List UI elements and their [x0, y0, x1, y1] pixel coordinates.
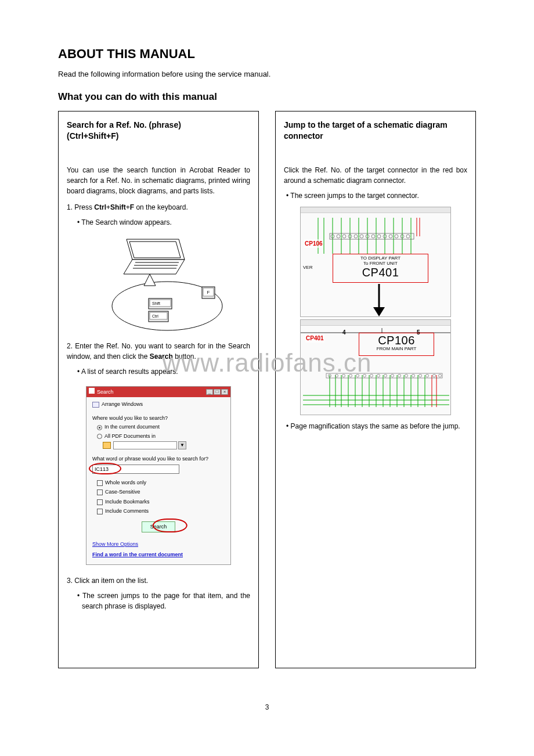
svg-point-78 [405, 374, 408, 377]
search-titlebar: Search _□× [86, 387, 230, 398]
svg-point-36 [395, 235, 398, 238]
schematic-top: CP106 VER TO DISPLAY PART To FRONT UNIT … [300, 207, 451, 317]
label-ver: VER [303, 264, 312, 271]
two-column-layout: Search for a Ref. No. (phrase) (Ctrl+Shi… [58, 111, 476, 668]
from-main-text: FROM MAIN PART [359, 347, 434, 352]
step2-suffix: button. [173, 352, 196, 361]
svg-point-73 [370, 374, 373, 377]
step3-line: 3. Click an item on the list. [67, 575, 250, 586]
radio-icon [97, 425, 102, 430]
svg-marker-43 [373, 307, 385, 316]
svg-point-81 [426, 374, 429, 377]
select-box [113, 441, 177, 449]
chevron-down-icon: ▼ [178, 441, 186, 449]
chk3-label: Include Bookmarks [105, 498, 150, 506]
intro-text: Read the following information before us… [58, 70, 476, 78]
svg-point-32 [371, 235, 375, 238]
step2-bold: Search [150, 352, 173, 361]
radio1-label: In the current document [104, 423, 160, 431]
step1-sub: The Search window appears. [77, 217, 250, 228]
svg-point-79 [412, 374, 415, 377]
svg-marker-1 [129, 242, 181, 258]
where-label: Where would you like to search? [92, 415, 225, 423]
svg-point-33 [377, 235, 381, 238]
folder-select[interactable]: ▼ [103, 441, 225, 449]
chk-include-bookmarks[interactable]: Include Bookmarks [97, 498, 225, 506]
highlight-oval-input [89, 463, 121, 474]
svg-point-71 [356, 374, 359, 377]
chk4-label: Include Comments [105, 507, 149, 516]
schematic-figure: CP106 VER TO DISPLAY PART To FRONT UNIT … [300, 207, 451, 415]
step3-sub: The screen jumps to the page for that it… [77, 591, 250, 611]
step2-line: 2. Enter the Ref. No. you want to search… [67, 341, 250, 362]
svg-point-70 [349, 374, 352, 377]
minimize-icon[interactable]: _ [206, 389, 213, 395]
radio-current-doc[interactable]: In the current document [97, 423, 225, 431]
keycap-f: F [207, 290, 210, 295]
schematic-toolbar [301, 320, 450, 326]
svg-point-38 [406, 235, 410, 238]
step-2: 2. Enter the Ref. No. you want to search… [67, 341, 250, 377]
svg-point-77 [398, 374, 401, 377]
cp106-big: CP106 [359, 334, 434, 347]
to-display-text: TO DISPLAY PART To FRONT UNIT CP401 [333, 256, 428, 279]
radio-all-pdf[interactable]: All PDF Documents in [97, 433, 225, 441]
svg-marker-2 [124, 260, 185, 274]
right-bullet1: The screen jumps to the target connector… [286, 190, 467, 201]
chk-include-comments[interactable]: Include Comments [97, 507, 225, 516]
label-cp106: CP106 [304, 239, 323, 248]
highlight-oval-button [153, 519, 187, 532]
plus2: + [126, 203, 130, 211]
svg-point-75 [384, 374, 387, 377]
search-window: Search _□× Arrange Windows Where would y… [86, 386, 231, 566]
close-icon[interactable]: × [221, 389, 228, 395]
checkbox-icon [97, 509, 103, 514]
key-f-text: F [130, 203, 134, 211]
checkbox-icon [97, 480, 103, 486]
svg-point-69 [342, 374, 345, 377]
arrange-icon [92, 402, 99, 408]
left-box-heading: Search for a Ref. No. (phrase) (Ctrl+Shi… [67, 120, 250, 142]
cp401-big: CP401 [333, 266, 428, 279]
svg-point-74 [377, 374, 380, 377]
svg-point-83 [439, 374, 442, 377]
step-1: 1. Press Ctrl+Shift+F on the keyboard. T… [67, 202, 250, 228]
checkbox-icon [97, 499, 103, 505]
search-title: Search [97, 389, 114, 395]
chk-whole-words[interactable]: Whole words only [97, 479, 225, 487]
svg-point-80 [419, 374, 422, 377]
right-para1: Click the Ref. No. of the target connect… [284, 165, 467, 186]
step1-prefix: 1. Press [67, 203, 94, 211]
folder-icon [103, 442, 111, 449]
checkbox-icon [97, 489, 103, 495]
label-cp401-small: CP401 [305, 334, 324, 343]
step1-line: 1. Press Ctrl+Shift+F on the keyboard. [67, 202, 250, 213]
svg-point-26 [337, 235, 340, 238]
svg-point-76 [391, 374, 394, 377]
step-3: 3. Click an item on the list. The screen… [67, 575, 250, 611]
cp106-block: CP106 FROM MAIN PART [359, 334, 434, 352]
key-ctrl-text: Ctrl [94, 203, 106, 211]
schematic-bottom: 4 5 [300, 319, 451, 415]
chk-case-sensitive[interactable]: Case-Sensitive [97, 488, 225, 496]
radio-icon [97, 434, 102, 439]
to-display-line2: To FRONT UNIT [333, 261, 428, 267]
svg-point-82 [433, 374, 436, 377]
left-heading-line1: Search for a Ref. No. (phrase) [67, 120, 181, 129]
arrange-windows-row[interactable]: Arrange Windows [92, 401, 225, 409]
svg-point-72 [363, 374, 366, 377]
key-shift-text: Shift [110, 203, 126, 211]
maximize-icon[interactable]: □ [214, 389, 221, 395]
page-number: 3 [58, 703, 476, 711]
schematic-toolbar [301, 207, 450, 213]
chk2-label: Case-Sensitive [105, 488, 140, 496]
svg-point-29 [354, 235, 358, 238]
link-find-word[interactable]: Find a word in the current document [92, 551, 225, 559]
right-box-heading: Jump to the target of a schematic diagra… [284, 120, 467, 142]
svg-point-30 [360, 235, 363, 238]
section-subtitle: What you can do with this manual [58, 91, 476, 103]
link-more-options[interactable]: Show More Options [92, 541, 225, 549]
step1-suffix: on the keyboard. [134, 203, 188, 211]
page-title: ABOUT THIS MANUAL [58, 46, 476, 62]
step2-sub: A list of search results appears. [77, 366, 250, 377]
